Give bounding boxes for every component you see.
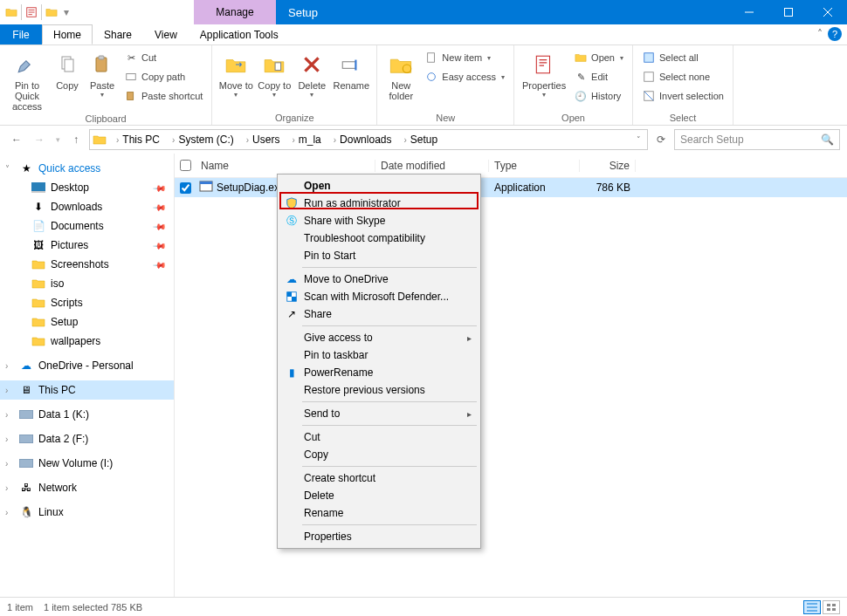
ctx-restore-previous[interactable]: Restore previous versions: [279, 381, 479, 399]
drive-icon: [19, 432, 33, 446]
ctx-cut[interactable]: Cut: [279, 428, 479, 446]
recent-dropdown-icon[interactable]: ▾: [52, 130, 63, 149]
back-button[interactable]: ←: [7, 130, 26, 149]
properties-button[interactable]: Properties▾: [520, 47, 568, 99]
move-to-button[interactable]: Move to▾: [217, 47, 254, 99]
breadcrumb[interactable]: ›This PC: [109, 133, 163, 146]
file-row[interactable]: SetupDiag.exe 9/2/2024 12:56 PM Applicat…: [175, 178, 847, 197]
ctx-open[interactable]: Open: [279, 177, 479, 195]
select-none-button[interactable]: Select none: [638, 68, 727, 86]
minimize-button[interactable]: [729, 0, 768, 24]
collapse-ribbon-icon[interactable]: ˄: [817, 28, 823, 40]
edit-button[interactable]: ✎Edit: [570, 68, 627, 86]
open-button[interactable]: Open▾: [570, 49, 627, 66]
svg-rect-21: [19, 435, 33, 443]
nav-network[interactable]: ›🖧Network: [0, 478, 174, 497]
ctx-delete[interactable]: Delete: [279, 487, 479, 504]
history-button[interactable]: 🕘History: [570, 87, 627, 105]
ctx-create-shortcut[interactable]: Create shortcut: [279, 469, 479, 487]
file-tab[interactable]: File: [0, 24, 42, 44]
cut-button[interactable]: ✂Cut: [121, 49, 206, 66]
ctx-properties[interactable]: Properties: [279, 528, 479, 545]
maximize-button[interactable]: [768, 0, 808, 24]
breadcrumb[interactable]: ›System (C:): [165, 133, 238, 146]
new-folder-button[interactable]: New folder: [382, 47, 419, 101]
ribbon-group-new: New folder New item▾ Easy access▾ New: [377, 45, 514, 125]
address-bar[interactable]: ›This PC ›System (C:) ›Users ›m_la ›Down…: [89, 129, 648, 150]
nav-documents[interactable]: 📄Documents📌: [0, 216, 174, 236]
ctx-share-skype[interactable]: ⓈShare with Skype: [279, 212, 479, 229]
pin-quick-access-button[interactable]: Pin to Quick access: [5, 47, 49, 112]
nav-iso[interactable]: iso: [0, 274, 174, 293]
nav-wallpapers[interactable]: wallpapers: [0, 332, 174, 351]
help-icon[interactable]: ?: [828, 27, 842, 41]
ctx-move-onedrive[interactable]: ☁Move to OneDrive: [279, 270, 479, 288]
nav-downloads[interactable]: ⬇Downloads📌: [0, 197, 174, 216]
delete-button[interactable]: Delete▾: [294, 47, 329, 99]
ctx-troubleshoot[interactable]: Troubleshoot compatibility: [279, 229, 479, 247]
row-checkbox[interactable]: [180, 182, 191, 194]
nav-desktop[interactable]: Desktop📌: [0, 178, 174, 197]
share-tab[interactable]: Share: [93, 24, 143, 44]
home-tab[interactable]: Home: [42, 24, 93, 44]
nav-onedrive[interactable]: ›☁OneDrive - Personal: [0, 356, 174, 375]
search-input[interactable]: Search Setup 🔍: [674, 129, 840, 150]
cloud-icon: ☁: [285, 272, 299, 286]
column-type[interactable]: Type: [489, 160, 580, 172]
column-date[interactable]: Date modified: [375, 160, 489, 172]
copy-path-button[interactable]: Copy path: [121, 68, 206, 86]
properties-icon[interactable]: [24, 3, 39, 22]
rename-button[interactable]: Rename: [331, 47, 371, 91]
copy-to-button[interactable]: Copy to▾: [256, 47, 293, 99]
nav-data1[interactable]: ›Data 1 (K:): [0, 405, 174, 424]
nav-pictures[interactable]: 🖼Pictures📌: [0, 236, 174, 255]
nav-newvol[interactable]: ›New Volume (I:): [0, 454, 174, 473]
qat-dropdown-icon[interactable]: ▾: [61, 3, 72, 22]
new-folder-icon[interactable]: [44, 3, 59, 22]
file-type: Application: [489, 181, 580, 194]
select-all-checkbox[interactable]: [180, 160, 191, 171]
up-button[interactable]: ↑: [66, 130, 86, 149]
forward-button[interactable]: →: [30, 130, 49, 149]
ctx-send-to[interactable]: Send to▸: [279, 405, 479, 422]
column-name[interactable]: Name: [196, 160, 375, 172]
copy-button[interactable]: Copy: [51, 47, 84, 91]
icons-view-button[interactable]: [823, 600, 840, 614]
nav-this-pc[interactable]: ›🖥This PC: [0, 380, 174, 400]
file-name: SetupDiag.exe: [217, 181, 286, 194]
nav-setup[interactable]: Setup: [0, 312, 174, 332]
nav-scripts[interactable]: Scripts: [0, 293, 174, 312]
breadcrumb[interactable]: ›Downloads: [327, 133, 396, 146]
close-button[interactable]: [808, 0, 847, 24]
ctx-pin-taskbar[interactable]: Pin to taskbar: [279, 346, 479, 364]
svg-rect-26: [287, 292, 292, 297]
nav-quick-access[interactable]: ˅★Quick access: [0, 159, 174, 178]
ctx-rename[interactable]: Rename: [279, 504, 479, 522]
manage-context-tab[interactable]: Manage: [194, 0, 276, 24]
easy-access-button[interactable]: Easy access▾: [421, 68, 508, 86]
view-tab[interactable]: View: [143, 24, 189, 44]
column-size[interactable]: Size: [580, 160, 636, 172]
ctx-copy[interactable]: Copy: [279, 446, 479, 463]
breadcrumb[interactable]: ›Users: [239, 133, 284, 146]
details-view-button[interactable]: [803, 600, 821, 614]
ctx-pin-start[interactable]: Pin to Start: [279, 247, 479, 264]
breadcrumb[interactable]: ›Setup: [396, 133, 441, 146]
paste-shortcut-button[interactable]: Paste shortcut: [121, 87, 206, 105]
nav-data2[interactable]: ›Data 2 (F:): [0, 429, 174, 448]
application-tools-tab[interactable]: Application Tools: [189, 24, 290, 44]
invert-selection-button[interactable]: Invert selection: [638, 87, 727, 105]
select-all-button[interactable]: Select all: [638, 49, 727, 66]
nav-screenshots[interactable]: Screenshots📌: [0, 255, 174, 274]
ctx-run-as-admin[interactable]: Run as administrator: [279, 195, 479, 212]
ctx-give-access[interactable]: Give access to▸: [279, 329, 479, 346]
ctx-scan-defender[interactable]: Scan with Microsoft Defender...: [279, 288, 479, 305]
new-item-button[interactable]: New item▾: [421, 49, 508, 66]
nav-linux[interactable]: ›🐧Linux: [0, 503, 174, 522]
breadcrumb[interactable]: ›m_la: [285, 133, 324, 146]
ctx-powerrename[interactable]: ▮PowerRename: [279, 364, 479, 381]
address-dropdown-icon[interactable]: ˅: [631, 130, 645, 149]
refresh-button[interactable]: ⟳: [651, 130, 671, 149]
paste-button[interactable]: Paste▾: [86, 47, 119, 99]
ctx-share[interactable]: ↗Share: [279, 305, 479, 323]
